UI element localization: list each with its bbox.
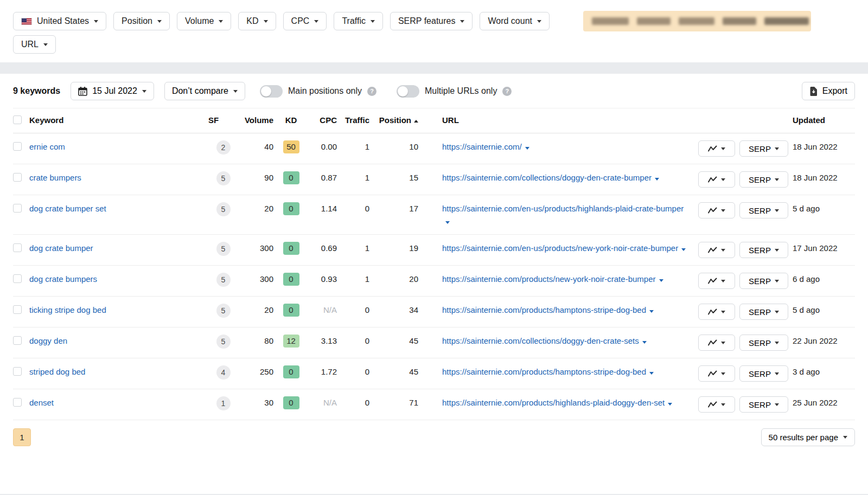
header-sf[interactable]: SF	[208, 115, 238, 125]
date-picker-button[interactable]: 15 Jul 2022	[71, 82, 154, 100]
multiple-urls-toggle[interactable]	[397, 85, 419, 98]
url-dropdown-icon[interactable]	[649, 372, 654, 375]
volume-value: 80	[238, 335, 273, 347]
updated-value: 25 Jun 2022	[793, 396, 855, 409]
position-history-chart-button[interactable]	[698, 396, 735, 413]
row-checkbox[interactable]	[13, 367, 22, 376]
chevron-down-icon	[537, 20, 541, 23]
table-header-row: Keyword SF Volume KD CPC Traffic Positio…	[13, 108, 855, 133]
url-dropdown-icon[interactable]	[649, 310, 654, 313]
filter-button[interactable]: Word count	[480, 12, 550, 30]
multiple-urls-toggle-group: Multiple URLs only ?	[397, 85, 512, 98]
serp-button[interactable]: SERP	[739, 140, 788, 157]
position-value: 17	[369, 202, 418, 215]
header-kd[interactable]: KD	[273, 115, 309, 125]
keyword-link[interactable]: crate bumpers	[29, 173, 81, 182]
serp-button[interactable]: SERP	[739, 171, 788, 188]
serp-button[interactable]: SERP	[739, 396, 788, 413]
url-link[interactable]: https://sainternie.com/collections/doggy…	[442, 336, 639, 345]
url-link[interactable]: https://sainternie.com/en-us/products/ne…	[442, 243, 678, 253]
url-dropdown-icon[interactable]	[681, 248, 686, 251]
header-url[interactable]: URL	[442, 115, 691, 125]
url-link[interactable]: https://sainternie.com/products/hamptons…	[442, 305, 646, 314]
url-dropdown-icon[interactable]	[525, 147, 529, 150]
keyword-link[interactable]: ernie com	[29, 142, 65, 151]
filter-button-label: Word count	[488, 16, 532, 26]
keyword-link[interactable]: denset	[29, 398, 54, 407]
url-dropdown-icon[interactable]	[659, 279, 663, 282]
filter-button[interactable]: Traffic	[334, 12, 383, 30]
serp-button[interactable]: SERP	[739, 365, 788, 382]
keyword-link[interactable]: dog crate bumpers	[29, 274, 97, 284]
url-link[interactable]: https://sainternie.com/products/hamptons…	[442, 367, 646, 376]
row-checkbox[interactable]	[13, 398, 22, 407]
position-value: 15	[369, 171, 418, 184]
filter-button[interactable]: Position	[113, 12, 170, 30]
filter-button[interactable]: United States	[13, 12, 106, 30]
select-all-checkbox[interactable]	[13, 115, 22, 124]
export-file-icon	[809, 87, 818, 96]
serp-button[interactable]: SERP	[739, 242, 788, 258]
header-updated[interactable]: Updated	[793, 115, 855, 125]
serp-button[interactable]: SERP	[739, 202, 788, 218]
help-icon[interactable]: ?	[367, 87, 376, 96]
url-dropdown-icon[interactable]	[655, 178, 659, 181]
results-per-page-dropdown[interactable]: 50 results per page	[761, 428, 855, 446]
url-link[interactable]: https://sainternie.com/products/new-york…	[442, 274, 656, 284]
export-button[interactable]: Export	[802, 82, 855, 100]
url-link[interactable]: https://sainternie.com/collections/doggy…	[442, 173, 652, 182]
serp-button[interactable]: SERP	[739, 273, 788, 289]
serp-button[interactable]: SERP	[739, 335, 788, 351]
header-keyword[interactable]: Keyword	[29, 115, 208, 125]
filter-button[interactable]: URL	[13, 35, 56, 54]
row-checkbox[interactable]	[13, 336, 22, 345]
header-cpc[interactable]: CPC	[309, 115, 337, 125]
chevron-down-icon	[157, 20, 162, 23]
position-value: 34	[369, 304, 418, 316]
position-history-chart-button[interactable]	[698, 171, 735, 188]
position-history-chart-button[interactable]	[698, 202, 735, 218]
url-dropdown-icon[interactable]	[642, 341, 647, 344]
row-checkbox[interactable]	[13, 204, 22, 213]
cpc-value: 0.00	[309, 140, 337, 153]
main-positions-toggle[interactable]	[260, 85, 283, 98]
position-history-chart-button[interactable]	[698, 242, 735, 258]
header-position[interactable]: Position	[369, 115, 418, 125]
filters-panel: United States Position Volume KD	[0, 0, 868, 62]
filter-button-label: URL	[21, 40, 39, 49]
url-link[interactable]: https://sainternie.com/	[442, 142, 522, 151]
keyword-link[interactable]: ticking stripe dog bed	[29, 305, 106, 314]
filter-button[interactable]: Volume	[177, 12, 231, 30]
url-dropdown-icon[interactable]	[445, 221, 450, 224]
row-checkbox[interactable]	[13, 243, 22, 252]
row-checkbox[interactable]	[13, 274, 22, 283]
traffic-value: 0	[337, 396, 369, 409]
keyword-link[interactable]: dog crate bumper set	[29, 204, 106, 213]
position-history-chart-button[interactable]	[698, 335, 735, 351]
header-volume[interactable]: Volume	[238, 115, 273, 125]
help-icon[interactable]: ?	[502, 87, 512, 96]
row-checkbox[interactable]	[13, 173, 22, 182]
serp-features-count-badge: 5	[216, 171, 231, 185]
position-value: 20	[369, 273, 418, 285]
keyword-link[interactable]: dog crate bumper	[29, 243, 93, 253]
position-history-chart-button[interactable]	[698, 365, 735, 382]
row-checkbox[interactable]	[13, 305, 22, 314]
filter-button[interactable]: SERP features	[390, 12, 473, 30]
position-history-chart-button[interactable]	[698, 304, 735, 320]
compare-dropdown[interactable]: Don’t compare	[164, 82, 245, 100]
position-history-chart-button[interactable]	[698, 273, 735, 289]
page-1-button[interactable]: 1	[13, 428, 31, 446]
url-link[interactable]: https://sainternie.com/products/highland…	[442, 398, 665, 407]
position-history-chart-button[interactable]	[698, 140, 735, 157]
row-checkbox[interactable]	[13, 142, 22, 151]
header-traffic[interactable]: Traffic	[337, 115, 369, 125]
serp-button[interactable]: SERP	[739, 304, 788, 320]
filter-button[interactable]: CPC	[283, 12, 327, 30]
keyword-link[interactable]: striped dog bed	[29, 367, 85, 376]
chevron-down-icon	[843, 436, 847, 439]
url-link[interactable]: https://sainternie.com/en-us/products/hi…	[442, 204, 684, 213]
filter-button[interactable]: KD	[238, 12, 276, 30]
url-dropdown-icon[interactable]	[668, 403, 672, 406]
keyword-link[interactable]: doggy den	[29, 336, 67, 345]
